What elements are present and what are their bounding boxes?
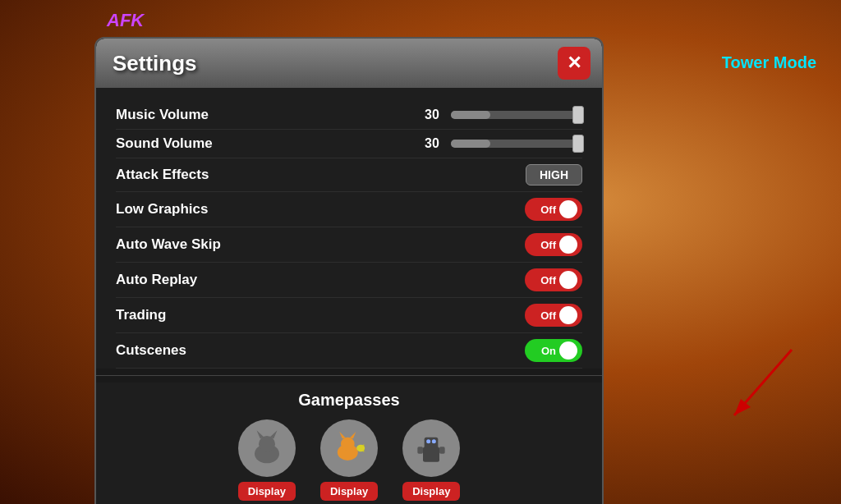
gamepass-icon-1 <box>238 419 296 477</box>
low-graphics-row: Low Graphics Off <box>116 192 582 227</box>
auto-wave-skip-toggle-label: Off <box>540 239 556 251</box>
auto-replay-toggle[interactable]: Off <box>525 268 582 291</box>
low-graphics-label: Low Graphics <box>116 201 208 218</box>
auto-wave-skip-toggle[interactable]: Off <box>525 233 582 256</box>
settings-dialog: Settings ✕ Music Volume 30 Sound Volume … <box>94 37 604 504</box>
trading-toggle-label: Off <box>540 309 556 322</box>
auto-replay-toggle-knob <box>559 271 577 289</box>
gamepass-item-1: Display <box>238 419 296 501</box>
auto-replay-label: Auto Replay <box>116 272 197 288</box>
cutscenes-toggle-label: On <box>541 345 556 357</box>
sound-volume-control: 30 <box>425 136 582 151</box>
svg-rect-12 <box>423 447 439 461</box>
svg-marker-5 <box>269 430 277 438</box>
gamepasses-section: Gamepasses Display <box>96 383 602 504</box>
sound-volume-label: Sound Volume <box>116 135 213 152</box>
gamepass-display-button-1[interactable]: Display <box>238 482 296 501</box>
gamepasses-row: Display Displ <box>116 419 582 501</box>
attack-effects-label: Attack Effects <box>116 167 209 183</box>
auto-wave-skip-label: Auto Wave Skip <box>116 236 221 253</box>
music-volume-row: Music Volume 30 <box>116 101 582 130</box>
svg-point-3 <box>259 436 275 452</box>
svg-rect-16 <box>418 447 424 453</box>
svg-rect-13 <box>425 438 439 448</box>
music-volume-control: 30 <box>425 108 582 122</box>
gamepasses-title: Gamepasses <box>116 391 582 410</box>
trading-label: Trading <box>116 307 166 323</box>
attack-effects-control: HIGH <box>526 164 582 186</box>
auto-wave-skip-toggle-knob <box>559 236 577 254</box>
gamepass-icon-2 <box>320 419 378 477</box>
divider <box>96 375 602 376</box>
gamepass-icon-3 <box>402 419 460 477</box>
svg-point-7 <box>341 438 355 451</box>
svg-point-11 <box>356 445 365 451</box>
attack-effects-button[interactable]: HIGH <box>526 164 582 186</box>
music-volume-label: Music Volume <box>116 107 209 123</box>
settings-header: Settings ✕ <box>96 39 602 88</box>
settings-body: Music Volume 30 Sound Volume 30 <box>96 88 602 369</box>
tower-mode-label: Tower Mode <box>722 53 816 72</box>
trading-row: Trading Off <box>116 298 582 333</box>
sound-volume-row: Sound Volume 30 <box>116 130 582 158</box>
music-volume-value: 30 <box>425 108 444 122</box>
low-graphics-toggle[interactable]: Off <box>525 198 582 221</box>
svg-rect-17 <box>439 447 445 453</box>
cutscenes-toggle-knob <box>559 341 577 360</box>
svg-point-15 <box>432 439 436 443</box>
sound-volume-value: 30 <box>425 136 444 151</box>
gamepass-item-3: Display <box>402 419 460 501</box>
close-button[interactable]: ✕ <box>558 47 591 80</box>
svg-marker-4 <box>256 430 264 438</box>
gamepass-item-2: Display <box>320 419 378 501</box>
auto-replay-toggle-label: Off <box>540 274 556 286</box>
trading-toggle[interactable]: Off <box>525 304 582 327</box>
sound-volume-slider[interactable] <box>451 140 582 148</box>
svg-marker-8 <box>339 432 346 438</box>
auto-wave-skip-row: Auto Wave Skip Off <box>116 227 582 263</box>
low-graphics-toggle-label: Off <box>540 204 556 216</box>
music-volume-slider[interactable] <box>451 111 582 119</box>
attack-effects-row: Attack Effects HIGH <box>116 158 582 192</box>
low-graphics-toggle-knob <box>559 200 577 218</box>
svg-marker-9 <box>350 432 356 438</box>
afk-label: AFK <box>107 10 144 31</box>
svg-point-14 <box>426 439 430 443</box>
gamepass-display-button-2[interactable]: Display <box>320 482 378 501</box>
trading-toggle-knob <box>559 306 577 324</box>
auto-replay-row: Auto Replay Off <box>116 263 582 298</box>
cutscenes-toggle[interactable]: On <box>525 339 582 362</box>
cutscenes-label: Cutscenes <box>116 342 186 359</box>
gamepass-display-button-3[interactable]: Display <box>402 482 460 501</box>
settings-title: Settings <box>113 51 197 76</box>
cutscenes-row: Cutscenes On <box>116 333 582 369</box>
